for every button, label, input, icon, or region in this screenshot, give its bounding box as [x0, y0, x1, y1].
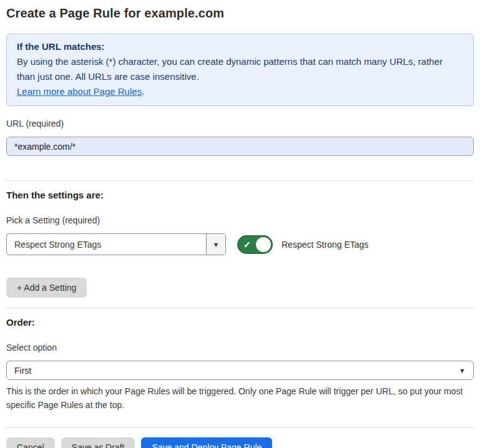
- footer-actions: Cancel Save as Draft Save and Deploy Pag…: [6, 437, 474, 448]
- setting-select-arrow-segment[interactable]: ▼: [206, 234, 225, 255]
- link-suffix: .: [142, 86, 144, 97]
- order-section-heading: Order:: [6, 317, 474, 328]
- toggle-group: ✓ Respect Strong ETags: [237, 235, 368, 254]
- url-input[interactable]: [6, 137, 474, 156]
- respect-strong-etags-toggle[interactable]: ✓: [237, 235, 273, 254]
- save-as-draft-button[interactable]: Save as Draft: [61, 437, 135, 448]
- page-title: Create a Page Rule for example.com: [6, 6, 474, 21]
- save-and-deploy-button[interactable]: Save and Deploy Page Rule: [141, 437, 272, 448]
- info-box-heading: If the URL matches:: [17, 39, 463, 54]
- order-select-value: First: [14, 366, 31, 376]
- toggle-knob: [256, 237, 271, 252]
- info-box-body: By using the asterisk (*) character, you…: [17, 54, 463, 84]
- order-select[interactable]: First ▼: [6, 361, 474, 380]
- setting-select[interactable]: Respect Strong ETags ▼: [6, 233, 226, 255]
- add-setting-button[interactable]: + Add a Setting: [6, 278, 87, 298]
- section-divider: [6, 180, 474, 181]
- url-match-info-box: If the URL matches: By using the asteris…: [6, 34, 474, 106]
- order-select-label: Select option: [6, 343, 474, 353]
- footer-divider: [6, 427, 474, 428]
- info-box-link-line: Learn more about Page Rules.: [17, 84, 463, 99]
- settings-section-heading: Then the settings are:: [6, 190, 474, 200]
- learn-more-link[interactable]: Learn more about Page Rules: [17, 86, 142, 97]
- url-field-label: URL (required): [6, 119, 474, 129]
- chevron-down-icon: ▼: [459, 367, 466, 374]
- setting-row: Respect Strong ETags ▼ ✓ Respect Strong …: [6, 233, 474, 255]
- pick-setting-label: Pick a Setting (required): [6, 215, 474, 225]
- order-help-text: This is the order in which your Page Rul…: [6, 384, 474, 412]
- chevron-down-icon: ▼: [213, 241, 220, 248]
- cancel-button[interactable]: Cancel: [6, 437, 55, 448]
- setting-select-value: Respect Strong ETags: [7, 234, 206, 255]
- toggle-label: Respect Strong ETags: [282, 240, 368, 250]
- section-divider: [6, 308, 474, 308]
- checkmark-icon: ✓: [243, 240, 251, 249]
